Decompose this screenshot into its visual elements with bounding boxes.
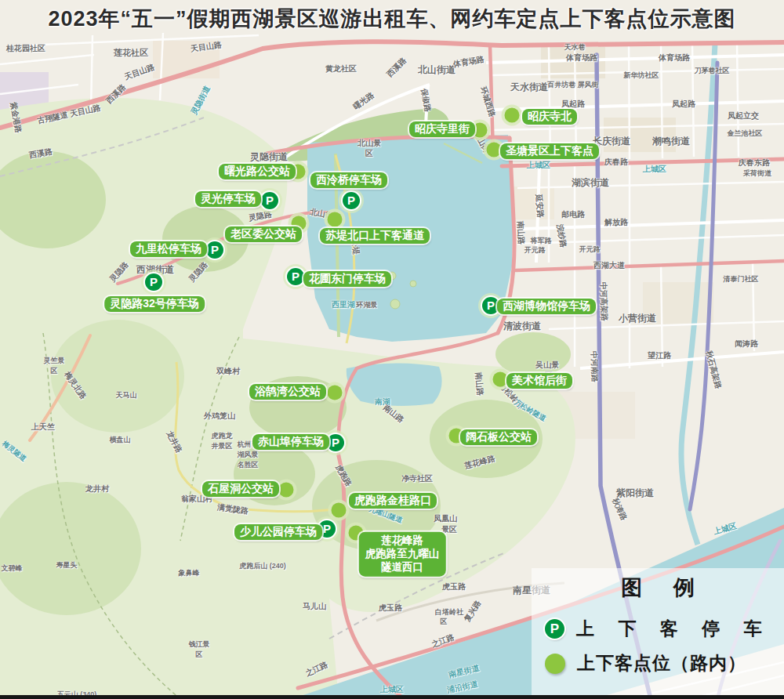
image-bottom-border: [0, 695, 784, 699]
marker-label: 美术馆后街: [506, 373, 572, 389]
parking-marker-icon: P: [343, 192, 360, 209]
legend-panel: 图 例 P 上 下 客 停 车 场 上下客点位（路内）: [532, 568, 784, 695]
marker-label: 灵隐路32号停车场: [104, 296, 205, 312]
marker-label: 浴鹄湾公交站: [249, 384, 326, 400]
parking-marker-icon: P: [261, 192, 278, 209]
marker-label: 西泠桥停车场: [310, 172, 387, 188]
legend-item-label: 上 下 客 停 车 场: [576, 617, 784, 641]
parking-marker-icon: P: [145, 273, 162, 291]
page-title: 2023年“五一”假期西湖景区巡游出租车、网约车定点上下客点位示意图: [0, 5, 784, 33]
legend-item-label: 上下客点位（路内）: [577, 651, 746, 675]
marker-label: 少儿公园停车场: [234, 524, 322, 540]
parking-marker-icon: P: [327, 434, 344, 451]
marker-label: 老区委公交站: [225, 226, 302, 242]
marker-label: 虎跑路金桂路口: [349, 493, 437, 509]
marker-label: 圣塘景区上下客点: [500, 143, 599, 159]
parking-marker-icon: P: [206, 241, 223, 259]
marker-label: 花圃东门停车场: [303, 271, 391, 287]
pickup-point-marker-icon: [328, 212, 343, 227]
pickup-point-legend-icon: [545, 654, 565, 674]
marker-label: 赤山埠停车场: [252, 434, 329, 450]
pickup-point-marker-icon: [328, 386, 343, 400]
marker-label: 九里松停车场: [130, 241, 207, 257]
marker-label: 灵光停车场: [195, 191, 261, 207]
marker-label: 阔石板公交站: [460, 429, 537, 445]
marker-label: 昭庆寺里街: [409, 121, 475, 137]
legend-item-parking: P 上 下 客 停 车 场: [545, 617, 784, 641]
parking-marker-icon: P: [287, 268, 304, 285]
marker-label: 曙光路公交站: [219, 164, 296, 179]
marker-label: 昭庆寺北: [522, 109, 577, 125]
pickup-point-marker-icon: [493, 372, 508, 387]
pickup-point-marker-icon: [487, 143, 502, 158]
marker-label: 石屋洞公交站: [202, 481, 279, 497]
map-canvas: 桂花园社区莲花社区天目山路天目山路古翔隧道 天目山路西溪路西溪路西溪路紫金港路黄…: [0, 0, 784, 699]
marker-label: 莲花峰路 虎跑路至九曜山 隧道西口: [359, 532, 446, 577]
pickup-point-marker-icon: [279, 483, 294, 498]
legend-title: 图 例: [532, 574, 784, 602]
legend-item-point: 上下客点位（路内）: [545, 651, 746, 675]
marker-label: 苏堤北口上下客通道: [320, 228, 430, 244]
pickup-point-marker-icon: [505, 108, 520, 123]
marker-label: 西湖博物馆停车场: [497, 299, 596, 314]
pickup-point-marker-icon: [332, 503, 347, 518]
parking-legend-icon: P: [545, 619, 564, 639]
